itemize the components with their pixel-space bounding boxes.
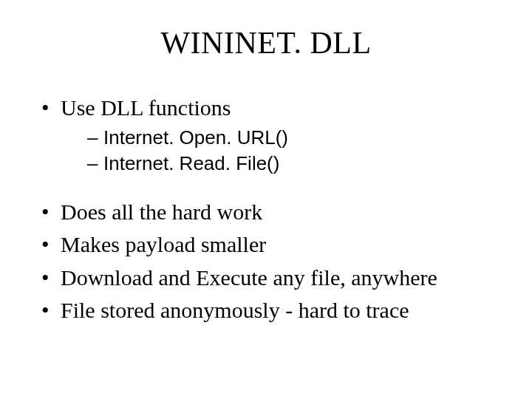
bullet-text: Use DLL functions bbox=[61, 95, 231, 120]
bullet-text: Download and Execute any file, anywhere bbox=[61, 265, 437, 290]
bullet-item: File stored anonymously - hard to trace bbox=[40, 296, 492, 326]
bullet-item: Does all the hard work bbox=[40, 197, 492, 228]
slide: WININET. DLL Use DLL functions Internet.… bbox=[0, 0, 532, 399]
bullet-item: Download and Execute any file, anywhere bbox=[40, 263, 492, 293]
slide-title: WININET. DLL bbox=[40, 25, 492, 61]
bullet-item: Makes payload smaller bbox=[40, 230, 492, 260]
sub-bullet-list: Internet. Open. URL() Internet. Read. Fi… bbox=[61, 125, 492, 177]
bullet-text: Makes payload smaller bbox=[61, 232, 266, 256]
bullet-item: Use DLL functions Internet. Open. URL() … bbox=[40, 93, 492, 177]
sub-bullet-text: Internet. Read. File() bbox=[103, 152, 279, 174]
sub-bullet-text: Internet. Open. URL() bbox=[103, 126, 288, 149]
sub-bullet-item: Internet. Open. URL() bbox=[87, 125, 492, 151]
sub-bullet-item: Internet. Read. File() bbox=[87, 151, 492, 177]
bullet-list: Use DLL functions Internet. Open. URL() … bbox=[40, 93, 492, 326]
bullet-text: Does all the hard work bbox=[61, 200, 262, 224]
bullet-text: File stored anonymously - hard to trace bbox=[61, 298, 409, 322]
